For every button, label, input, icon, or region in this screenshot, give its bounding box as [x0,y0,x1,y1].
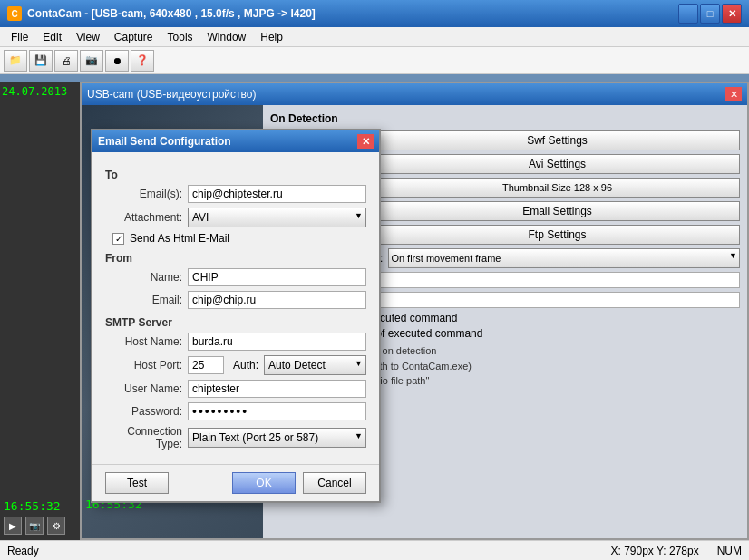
connection-type-row: ConnectionType: Plain Text (Port 25 or 5… [105,425,366,450]
swf-settings-button[interactable]: Swf Settings [374,130,740,150]
sidebar-icons: ▶ 📷 ⚙ [4,517,65,535]
port-auth-row: Host Port: Auth: Auto Detect None Login … [105,355,366,375]
password-label: Password: [105,405,182,418]
send-html-label: Send As Html E-Mail [130,232,229,245]
execute-command-select[interactable]: On first movement frame [388,248,740,268]
time-display: 16:55:32 [4,499,61,513]
name-input[interactable] [188,268,366,286]
attachment-select[interactable]: AVI JPEG GIF None [188,208,366,227]
tb-record[interactable]: ⏺ [105,50,129,72]
tb-help[interactable]: ❓ [131,50,154,72]
status-coords: X: 790px Y: 278px [610,545,698,557]
status-right: X: 790px Y: 278px NUM [610,545,742,557]
left-sidebar: 24.07.2013 16:55:32 ▶ 📷 ⚙ [0,82,80,540]
tb-print[interactable]: 🖨 [54,50,78,72]
detection-title: On Detection [270,112,740,125]
camera-close-button[interactable]: ✕ [725,87,742,101]
auth-label: Auth: [233,359,258,372]
username-label: User Name: [105,382,182,395]
from-section-label: From [105,252,366,265]
tb-new[interactable]: 📁 [4,50,27,72]
from-email-label: Email: [105,294,182,306]
smtp-section-label: SMTP Server [105,316,366,329]
name-label: Name: [105,271,182,284]
status-bar: Ready X: 790px Y: 278px NUM [0,540,749,560]
attachment-row: Attachment: AVI JPEG GIF None [105,208,366,227]
gif-settings-button[interactable]: Thumbnail Size 128 x 96 [374,178,740,198]
emails-input[interactable] [188,185,366,203]
close-button[interactable]: ✕ [722,4,742,24]
toolbar: 📁 💾 🖨 📷 ⏺ ❓ [0,47,749,74]
camera-title: USB-cam (USB-видеоустройство) [87,88,256,101]
menu-help[interactable]: Help [253,29,290,45]
date-display: 24.07.2013 [0,82,80,101]
from-email-row: Email: [105,291,366,309]
minimize-button[interactable]: ─ [678,4,698,24]
connection-type-label: ConnectionType: [105,425,182,450]
menu-bar: File Edit View Capture Tools Window Help [0,27,749,47]
host-input[interactable] [188,333,366,351]
avi-settings-button[interactable]: Avi Settings [374,154,740,174]
host-label: Host Name: [105,335,182,348]
sidebar-icon-3[interactable]: ⚙ [47,517,65,535]
menu-tools[interactable]: Tools [160,29,200,45]
from-email-input[interactable] [188,291,366,309]
modal-title-bar: Email Send Configuration ✕ [92,130,379,152]
send-html-checkbox[interactable] [112,233,124,245]
window-controls: ─ □ ✕ [678,4,742,24]
menu-capture[interactable]: Capture [107,29,160,45]
modal-title: Email Send Configuration [98,135,231,148]
send-html-row: Send As Html E-Mail [112,232,366,245]
maximize-button[interactable]: □ [700,4,720,24]
attachment-select-wrap: AVI JPEG GIF None [188,208,366,227]
auth-select[interactable]: Auto Detect None Login Plain CRAM-MD5 [264,355,366,375]
cancel-button[interactable]: Cancel [303,472,366,494]
menu-window[interactable]: Window [200,29,254,45]
attachment-label: Attachment: [105,211,182,224]
tb-camera[interactable]: 📷 [80,50,103,72]
sidebar-icon-1[interactable]: ▶ [4,517,22,535]
email-settings-button[interactable]: Email Settings [374,201,740,221]
connection-type-select[interactable]: Plain Text (Port 25 or 587) SSL/TLS (Por… [188,428,366,448]
modal-body: To Email(s): Attachment: AVI JPEG GIF No… [92,152,379,464]
host-row: Host Name: [105,333,366,351]
modal-footer: Test OK Cancel [92,464,379,501]
to-section-label: To [105,169,366,181]
port-input[interactable] [188,356,224,374]
username-input[interactable] [188,380,366,398]
test-button[interactable]: Test [105,472,169,494]
title-bar: C ContaCam - [USB-cam, 640x480 , 15.0f/s… [0,0,749,27]
status-text: Ready [7,545,39,557]
auth-select-wrap: Auto Detect None Login Plain CRAM-MD5 [264,355,366,375]
ftp-settings-button[interactable]: Ftp Settings [374,225,740,245]
status-mode: NUM [717,545,742,557]
password-row: Password: [105,402,366,420]
connection-type-select-wrap: Plain Text (Port 25 or 587) SSL/TLS (Por… [188,428,366,448]
app-title: ContaCam - [USB-cam, 640x480 , 15.0f/s ,… [27,7,316,20]
app-icon: C [7,6,22,21]
port-label: Host Port: [105,359,182,372]
password-input[interactable] [188,402,366,420]
emails-label: Email(s): [105,188,182,200]
ok-button[interactable]: OK [232,472,296,494]
emails-row: Email(s): [105,185,366,203]
menu-view[interactable]: View [69,29,107,45]
execute-select-wrap: On first movement frame [388,248,740,268]
sidebar-icon-2[interactable]: 📷 [25,517,44,535]
name-row: Name: [105,268,366,286]
modal-close-button[interactable]: ✕ [357,134,374,149]
menu-edit[interactable]: Edit [35,29,69,45]
main-area: 24.07.2013 16:55:32 ▶ 📷 ⚙ USB-cam (USB-в… [0,74,749,540]
tb-save[interactable]: 💾 [29,50,53,72]
username-row: User Name: [105,380,366,398]
camera-title-bar: USB-cam (USB-видеоустройство) ✕ [82,83,747,105]
menu-file[interactable]: File [4,29,35,45]
email-config-modal: Email Send Configuration ✕ To Email(s): … [91,129,381,503]
